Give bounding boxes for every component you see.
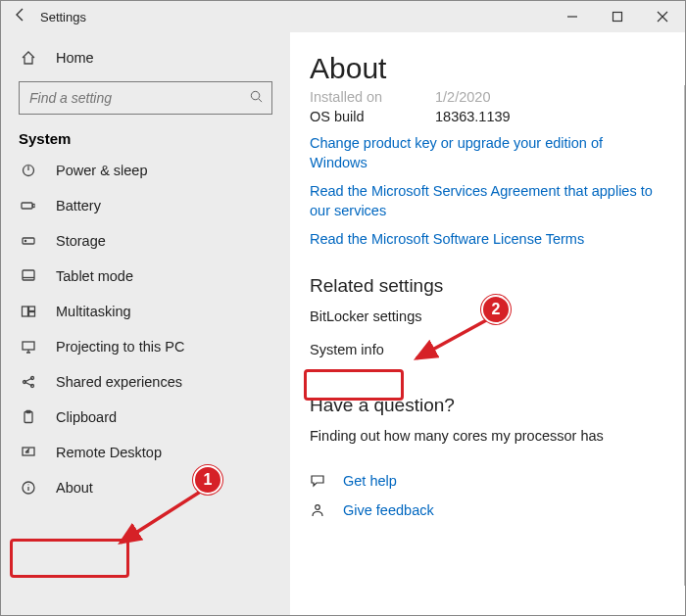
sidebar-item-clipboard[interactable]: Clipboard [1,400,290,435]
sidebar-item-label: Storage [56,233,106,249]
sidebar-home-label: Home [56,50,94,66]
change-product-key-link[interactable]: Change product key or upgrade your editi… [310,134,658,172]
get-help-label: Get help [343,473,397,489]
sidebar-item-remote-desktop[interactable]: Remote Desktop [1,435,290,470]
svg-point-9 [24,240,25,241]
settings-window: Settings Home Sy [0,0,686,616]
sidebar-item-label: About [56,480,93,496]
close-button[interactable] [640,1,685,32]
installed-on-label: Installed on [310,89,435,105]
share-icon [19,372,38,392]
system-info-link[interactable]: System info [310,342,658,357]
question-heading: Have a question? [310,395,658,416]
svg-rect-12 [23,307,28,316]
cores-help-link[interactable]: Finding out how many cores my processor … [310,428,658,444]
svg-point-25 [316,505,320,510]
svg-point-24 [27,484,28,485]
remote-desktop-icon [19,443,38,462]
sidebar-item-shared-experiences[interactable]: Shared experiences [1,364,290,400]
maximize-button[interactable] [595,1,640,32]
services-agreement-link[interactable]: Read the Microsoft Services Agreement th… [310,182,658,220]
content-pane: About Installed on 1/2/2020 OS build 183… [290,32,685,615]
sidebar-item-label: Shared experiences [56,374,182,390]
svg-line-3 [259,98,262,101]
svg-rect-13 [29,307,35,311]
svg-rect-6 [22,203,32,209]
sidebar-item-label: Remote Desktop [56,445,162,460]
os-build-row: OS build 18363.1139 [310,109,658,124]
search-icon [249,89,264,108]
sidebar-item-label: Projecting to this PC [56,339,184,355]
sidebar-item-label: Tablet mode [56,268,133,284]
home-icon [19,48,38,68]
sidebar-item-battery[interactable]: Battery [1,188,290,223]
svg-rect-10 [23,270,34,280]
sidebar-item-label: Power & sleep [56,163,148,178]
give-feedback-label: Give feedback [343,502,434,518]
power-icon [19,161,38,180]
sidebar-item-storage[interactable]: Storage [1,223,290,259]
svg-rect-14 [29,312,35,317]
svg-rect-15 [23,342,34,350]
os-build-label: OS build [310,109,435,124]
window-title: Settings [40,10,86,24]
sidebar-item-projecting[interactable]: Projecting to this PC [1,329,290,364]
back-button[interactable] [1,7,40,26]
storage-icon [19,231,38,251]
projecting-icon [19,337,38,356]
svg-rect-1 [613,13,622,22]
installed-on-value: 1/2/2020 [435,89,490,105]
give-feedback-row[interactable]: Give feedback [310,502,658,518]
clipboard-icon [19,407,38,427]
battery-icon [19,196,38,215]
installed-on-row: Installed on 1/2/2020 [310,89,658,105]
search-box[interactable] [19,81,272,115]
sidebar: Home System Power & sleep Battery [1,32,290,615]
svg-point-2 [251,91,259,99]
bitlocker-link[interactable]: BitLocker settings [310,308,658,324]
titlebar: Settings [1,1,685,32]
sidebar-nav-list: Power & sleep Battery Storage Tablet mod… [1,157,290,578]
scrollbar-track[interactable] [684,85,685,586]
sidebar-item-label: Multitasking [56,304,131,319]
minimize-button[interactable] [550,1,595,32]
related-settings-heading: Related settings [310,275,658,297]
chat-icon [310,473,331,489]
feedback-icon [310,502,331,518]
sidebar-item-power-sleep[interactable]: Power & sleep [1,157,290,188]
get-help-row[interactable]: Get help [310,473,658,489]
sidebar-item-label: Battery [56,198,101,213]
tablet-icon [19,266,38,286]
svg-rect-7 [33,205,35,208]
sidebar-item-tablet-mode[interactable]: Tablet mode [1,259,290,294]
sidebar-home[interactable]: Home [1,40,290,75]
sidebar-item-label: Clipboard [56,409,117,425]
page-title: About [310,52,658,85]
sidebar-item-about[interactable]: About [1,470,290,505]
license-terms-link[interactable]: Read the Microsoft Software License Term… [310,230,658,250]
search-input[interactable] [27,89,249,107]
sidebar-item-multitasking[interactable]: Multitasking [1,294,290,329]
multitasking-icon [19,302,38,321]
info-icon [19,478,38,498]
sidebar-category: System [1,126,290,157]
os-build-value: 18363.1139 [435,109,511,124]
